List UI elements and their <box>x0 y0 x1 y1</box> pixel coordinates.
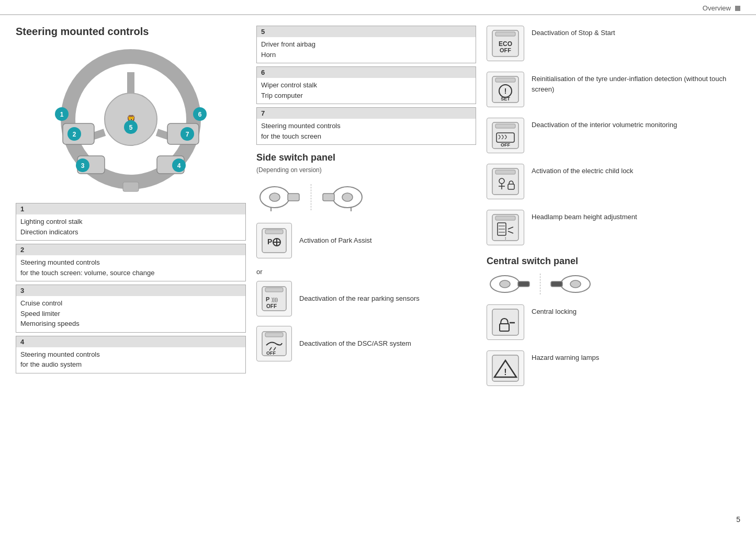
tyre-set-icon: ! SET <box>491 75 520 104</box>
svg-text:ECO: ECO <box>499 40 512 48</box>
child-lock-icon <box>491 167 520 196</box>
page-section-title: Overview <box>703 4 731 12</box>
svg-text:5: 5 <box>129 124 133 131</box>
svg-rect-69 <box>495 216 515 220</box>
svg-text:P: P <box>266 296 269 302</box>
tyre-set-row: ! SET Reinitialisation of the tyre under… <box>487 72 740 107</box>
rear-parking-icon: P )))) OFF <box>261 286 287 312</box>
main-content: Steering mounted controls 🦁 <box>0 15 756 407</box>
svg-rect-59 <box>495 124 515 128</box>
svg-text:OFF: OFF <box>500 47 511 53</box>
svg-text:P: P <box>267 237 272 246</box>
control-box-2: 2Steering mounted controlsfor the touch … <box>16 244 246 281</box>
control-box-3: 3Cruise controlSpeed limiterMemorising s… <box>16 285 246 333</box>
mid-control-box-body-7: Steering mounted controlsfor the touch s… <box>257 119 476 144</box>
rear-parking-row: P )))) OFF Deactivation of the rear park… <box>256 281 476 316</box>
control-box-header-3: 3 <box>16 285 245 296</box>
svg-text:OFF: OFF <box>501 142 510 148</box>
middle-column: 5Driver front airbagHorn6Wiper control s… <box>256 26 476 396</box>
top-bar: Overview <box>0 0 756 15</box>
eco-off-icon-box: ECO OFF <box>487 26 524 61</box>
central-lock-row: Central locking <box>487 304 740 340</box>
mid-control-boxes: 5Driver front airbagHorn6Wiper control s… <box>256 26 476 145</box>
svg-point-76 <box>500 280 510 288</box>
dashed-divider <box>311 184 311 210</box>
or-text: or <box>256 268 476 276</box>
vol-off-icon-box: OFF <box>487 118 524 153</box>
svg-text:)))): )))) <box>272 297 278 302</box>
vol-off-icon: OFF <box>491 121 520 150</box>
section-square-icon <box>735 6 740 11</box>
tyre-set-desc: Reinitialisation of the tyre under-infla… <box>532 72 740 94</box>
control-box-body-3: Cruise controlSpeed limiterMemorising sp… <box>16 296 245 332</box>
mid-control-box-header-6: 6 <box>257 67 476 78</box>
child-lock-row: Activation of the electric child lock <box>487 164 740 199</box>
control-box-body-4: Steering mounted controlsfor the audio s… <box>16 347 245 373</box>
mid-control-box-body-5: Driver front airbagHorn <box>257 37 476 63</box>
vol-off-row: OFF Deactivation of the interior volumet… <box>487 118 740 153</box>
control-box-header-4: 4 <box>16 336 245 347</box>
svg-rect-80 <box>551 281 562 287</box>
side-switch-diagram-left <box>256 183 303 211</box>
svg-text:!: ! <box>504 368 506 377</box>
central-lock-icon-box <box>487 304 524 340</box>
svg-text:6: 6 <box>198 111 202 118</box>
hazard-desc: Hazard warning lamps <box>532 350 599 363</box>
park-assist-row: P Activation of Park Assist <box>256 223 476 258</box>
svg-text:SET: SET <box>501 96 510 101</box>
svg-rect-40 <box>265 288 283 292</box>
central-panel-right <box>547 272 594 296</box>
svg-rect-24 <box>123 182 139 191</box>
beam-row: ↕ Headlamp beam height adjustment <box>487 210 740 245</box>
mid-control-box-body-6: Wiper control stalkTrip computer <box>257 78 476 104</box>
control-box-header-2: 2 <box>16 244 245 255</box>
svg-text:↕: ↕ <box>504 236 506 241</box>
eco-off-row: ECO OFF Deactivation of Stop & Start <box>487 26 740 61</box>
central-panel-diagram-row <box>487 272 740 296</box>
svg-rect-34 <box>265 230 283 234</box>
svg-point-79 <box>570 280 581 288</box>
right-column: ECO OFF Deactivation of Stop & Start ! S… <box>487 26 740 396</box>
central-dashed-divider <box>540 274 540 294</box>
side-switch-diagram-row <box>256 179 476 216</box>
side-switch-note: (Depending on version) <box>256 166 476 174</box>
park-assist-icon-box: P <box>256 223 292 258</box>
svg-rect-27 <box>288 194 299 201</box>
left-column: Steering mounted controls 🦁 <box>16 26 246 396</box>
control-box-1: 1Lighting control stalkDirection indicat… <box>16 203 246 241</box>
central-lock-desc: Central locking <box>532 304 577 317</box>
eco-off-icon: ECO OFF <box>491 29 520 58</box>
central-switch-title: Central switch panel <box>487 256 740 267</box>
steering-wheel-diagram: 🦁 1 2 <box>42 46 220 192</box>
beam-icon: ↕ <box>491 213 520 242</box>
svg-rect-31 <box>323 194 334 201</box>
vol-off-desc: Deactivation of the interior volumetric … <box>532 118 677 130</box>
park-assist-icon: P <box>261 228 287 254</box>
mid-control-box-5: 5Driver front airbagHorn <box>256 26 476 63</box>
beam-icon-box: ↕ <box>487 210 524 245</box>
left-control-boxes: 1Lighting control stalkDirection indicat… <box>16 203 246 373</box>
svg-text:OFF: OFF <box>266 350 276 356</box>
svg-text:1: 1 <box>60 111 64 118</box>
control-box-body-1: Lighting control stalkDirection indicato… <box>16 214 245 240</box>
beam-desc: Headlamp beam height adjustment <box>532 210 637 222</box>
eco-off-desc: Deactivation of Stop & Start <box>532 26 615 38</box>
mid-control-box-header-7: 7 <box>257 108 476 119</box>
page-number: 5 <box>736 515 740 524</box>
dsc-asr-icon-box: OFF <box>256 326 292 361</box>
svg-text:OFF: OFF <box>266 303 277 309</box>
svg-point-30 <box>342 193 353 201</box>
dsc-asr-row: OFF Deactivation of the DSC/ASR system <box>256 326 476 361</box>
dsc-asr-desc: Deactivation of the DSC/ASR system <box>299 338 411 349</box>
svg-text:2: 2 <box>73 131 76 138</box>
svg-text:4: 4 <box>177 162 181 169</box>
svg-rect-45 <box>265 333 283 337</box>
central-lock-icon <box>491 308 520 336</box>
hazard-row: ! Hazard warning lamps <box>487 350 740 386</box>
side-switch-diagram-right <box>319 183 366 211</box>
mid-control-box-6: 6Wiper control stalkTrip computer <box>256 66 476 104</box>
mid-control-box-7: 7Steering mounted controlsfor the touch … <box>256 107 476 145</box>
control-box-body-2: Steering mounted controlsfor the touch s… <box>16 255 245 281</box>
central-panel-left <box>487 272 534 296</box>
dsc-asr-icon: OFF <box>261 331 287 357</box>
